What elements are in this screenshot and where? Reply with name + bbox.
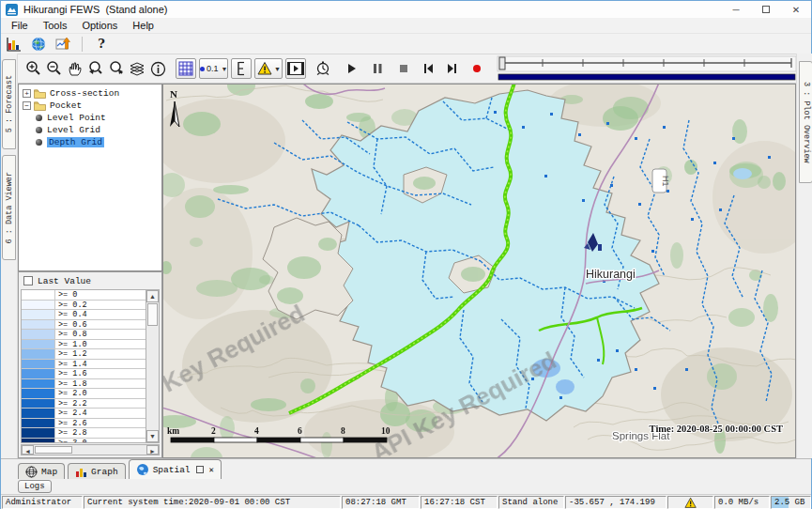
- pan-hand-icon: [67, 60, 84, 77]
- status-memory: 2.5 GB: [771, 496, 811, 509]
- collapse-icon[interactable]: −: [23, 101, 31, 110]
- legend-row[interactable]: >= 1.6: [22, 369, 146, 379]
- legend-row-label: >= 0.2: [55, 301, 146, 310]
- tab-spatial[interactable]: Spatial ✕: [129, 459, 222, 479]
- play-button[interactable]: [341, 58, 361, 79]
- last-frame-button[interactable]: [442, 58, 463, 79]
- timeseries-button[interactable]: [5, 36, 23, 53]
- zoom-out-button[interactable]: [44, 58, 65, 79]
- scalebar-icon: [235, 60, 248, 77]
- legend-row[interactable]: >= 2.8: [22, 428, 146, 439]
- tree-item-label: Depth Grid: [47, 137, 104, 147]
- legend-row[interactable]: >= 0.4: [22, 310, 146, 320]
- stop-button[interactable]: [393, 58, 414, 79]
- tab-graph[interactable]: Graph: [68, 463, 126, 479]
- first-frame-button[interactable]: [418, 58, 438, 79]
- menubar: File Tools Options Help: [1, 18, 811, 34]
- legend-row-label: >= 1.6: [55, 369, 146, 378]
- legend-row[interactable]: >= 0.2: [22, 301, 146, 311]
- legend-row[interactable]: >= 2.0: [22, 389, 146, 399]
- grid-toggle-button[interactable]: [176, 58, 196, 79]
- help-button[interactable]: ?: [92, 36, 111, 53]
- layers-button[interactable]: [127, 58, 147, 79]
- pause-icon: [371, 62, 384, 75]
- scroll-left-icon[interactable]: ◄: [22, 445, 34, 455]
- expand-icon[interactable]: +: [23, 89, 31, 98]
- record-button[interactable]: [467, 58, 487, 79]
- tab-maximize-icon[interactable]: [196, 466, 204, 473]
- zoom-next-button[interactable]: [106, 58, 127, 79]
- wire-globe-icon: [25, 466, 38, 478]
- tab-forecast-label: 5 : Forecast: [5, 75, 14, 132]
- tree-item-level-grid[interactable]: Level Grid: [21, 124, 161, 136]
- scroll-right-icon[interactable]: ►: [146, 445, 159, 455]
- legend-hscrollbar[interactable]: ◄ ►: [21, 444, 160, 455]
- tab-data-viewer[interactable]: 6 : Data Viewer: [2, 155, 16, 260]
- tree-item-depth-grid[interactable]: Depth Grid: [21, 136, 161, 148]
- legend-swatch: [22, 360, 55, 369]
- legend-row[interactable]: >= 2.6: [22, 419, 146, 429]
- legend-row[interactable]: >= 0.6: [22, 320, 146, 331]
- pan-button[interactable]: [65, 58, 85, 79]
- scroll-thumb[interactable]: [147, 303, 158, 326]
- legend-row[interactable]: >= 2.2: [22, 399, 146, 409]
- map-button[interactable]: [29, 36, 48, 53]
- legend-row-label: >= 0.4: [55, 310, 146, 319]
- skip-start-icon: [421, 62, 435, 75]
- logs-row: Logs: [1, 479, 811, 494]
- legend-swatch: [22, 349, 55, 359]
- menu-help[interactable]: Help: [126, 19, 161, 32]
- menu-file[interactable]: File: [5, 19, 35, 32]
- info-button[interactable]: [147, 58, 168, 79]
- map-view[interactable]: H1 API Key Required API Key Required: [162, 84, 796, 458]
- last-value-checkbox[interactable]: [23, 276, 33, 285]
- zoom-in-button[interactable]: [23, 58, 44, 79]
- tree-item-level-point[interactable]: Level Point: [21, 112, 161, 124]
- legend-row[interactable]: >= 3.0: [22, 439, 146, 443]
- legend-row[interactable]: >= 2.4: [22, 409, 146, 419]
- legend-rows: >= 0>= 0.2>= 0.4>= 0.6>= 0.8>= 1.0>= 1.2…: [22, 290, 146, 442]
- warning-icon: [684, 497, 697, 509]
- chevron-down-icon: ▼: [274, 66, 281, 72]
- time-slider[interactable]: [497, 54, 797, 83]
- legend-row[interactable]: >= 1.8: [22, 379, 146, 390]
- minimize-button[interactable]: ─: [721, 1, 751, 18]
- classes-dropdown[interactable]: 0.1 ▼: [199, 58, 228, 79]
- scroll-down-icon[interactable]: ▼: [146, 430, 159, 442]
- menu-tools[interactable]: Tools: [37, 19, 74, 32]
- logs-button[interactable]: Logs: [18, 480, 52, 493]
- play-icon: [345, 62, 358, 75]
- movie-player-button[interactable]: [285, 58, 306, 79]
- legend-scrollbar[interactable]: ▲ ▼: [146, 290, 159, 442]
- scroll-thumb[interactable]: [35, 446, 72, 454]
- tab-plot-overview[interactable]: 3 : Plot Overview: [799, 61, 812, 183]
- legend-row[interactable]: >= 1.2: [22, 349, 146, 360]
- scalebar-button[interactable]: [231, 58, 252, 79]
- bar-chart-icon: [75, 466, 87, 478]
- pause-button[interactable]: [367, 58, 388, 79]
- status-warning-cell[interactable]: [667, 496, 713, 509]
- legend-row[interactable]: >= 0: [22, 290, 146, 301]
- tree-item-pocket[interactable]: − Pocket: [21, 100, 161, 112]
- tree-item-cross-section[interactable]: + Cross-section: [21, 87, 161, 100]
- menu-options[interactable]: Options: [75, 19, 124, 32]
- database-viewer-button[interactable]: [54, 36, 72, 53]
- animation-export-button[interactable]: [313, 58, 333, 79]
- stopwatch-icon: [314, 60, 331, 77]
- tab-map[interactable]: Map: [18, 463, 65, 479]
- legend-swatch: [22, 330, 55, 339]
- zoom-in-icon: [25, 60, 42, 77]
- tab-close-icon[interactable]: ✕: [209, 465, 214, 475]
- toolbar-separator: [82, 37, 83, 52]
- legend-row[interactable]: >= 1.0: [22, 340, 146, 350]
- maximize-button[interactable]: [751, 1, 781, 18]
- zoom-previous-button[interactable]: [85, 58, 106, 79]
- classes-value: 0.1: [207, 64, 219, 73]
- legend-row[interactable]: >= 1.4: [22, 360, 146, 370]
- legend-row[interactable]: >= 0.8: [22, 330, 146, 340]
- scroll-up-icon[interactable]: ▲: [146, 290, 159, 302]
- tab-forecast[interactable]: 5 : Forecast: [2, 59, 16, 149]
- warnings-dropdown[interactable]: ▼: [254, 58, 283, 79]
- tree-item-label: Cross-section: [50, 88, 119, 99]
- close-button[interactable]: ✕: [781, 1, 811, 18]
